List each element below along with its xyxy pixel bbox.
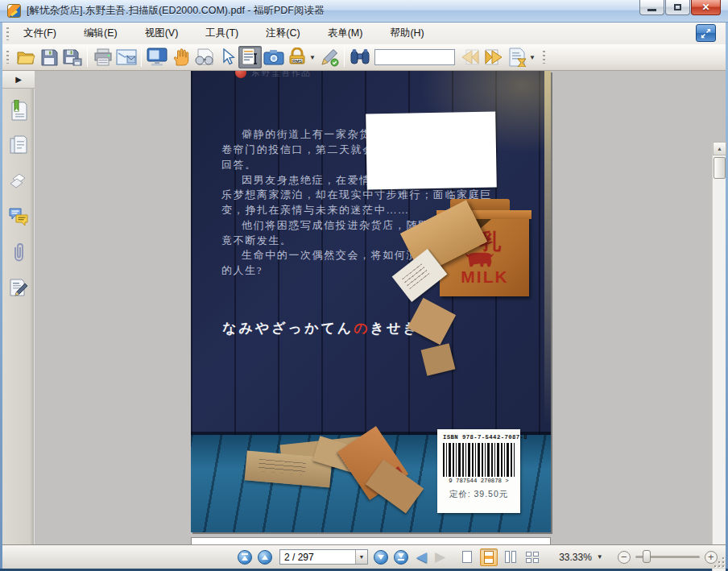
navigation-panel-bar: ▶ [2,71,35,544]
fullscreen-button[interactable] [145,46,168,68]
zoom-percent-value[interactable]: 33.33% [559,552,592,563]
find-previous-icon [461,48,480,66]
next-page-button[interactable] [374,550,388,565]
attachments-icon [10,242,27,263]
menu-edit[interactable]: 编辑(E) [74,23,127,43]
page-combo-caret[interactable]: ▼ [355,550,367,564]
close-button[interactable]: ✕ [691,0,721,15]
menu-comments[interactable]: 注释(C) [256,23,309,43]
single-page-view-button[interactable] [458,548,476,566]
sign-button[interactable] [317,46,341,68]
cover-light-edge [544,71,551,425]
scrollbar-thumb[interactable] [714,157,726,179]
blurb-line: 变，挣扎在亲情与未来的迷茫中…… [221,203,410,217]
blurb-line: 竟不断发生。 [221,234,292,248]
first-page-button[interactable] [238,550,252,565]
window-resize-grip[interactable] [714,557,724,567]
pending-doc-dropdown-caret: ▼ [529,54,536,61]
pending-doc-icon [508,48,527,67]
menu-forms[interactable]: 表单(M) [318,23,373,43]
main-area: ▶ [2,71,726,544]
email-button[interactable] [114,46,138,68]
maximize-button[interactable] [665,0,690,15]
scroll-up-icon: ▲ [717,146,722,151]
continuous-view-button[interactable] [480,548,498,566]
email-icon [116,48,137,66]
menu-view[interactable]: 视图(V) [135,23,188,43]
toolbar: RMS ▼ [2,44,726,71]
attachments-panel-button[interactable] [2,238,35,266]
save-as-button[interactable] [60,46,84,68]
read-mode-button[interactable] [192,46,215,68]
hand-tool-button[interactable] [168,46,192,68]
single-page-icon [462,551,472,563]
application-window: [解忧杂货店].东野圭吾.扫描版(ED2000.COM).pdf - 福昕PDF… [0,0,728,571]
bookmarks-panel-button[interactable] [2,97,35,124]
toolbar-grip-end[interactable] [543,51,545,64]
previous-page-button[interactable] [258,550,272,565]
open-folder-icon [16,48,35,66]
find-next-icon [484,48,503,66]
toolbar-separator [87,48,88,67]
menu-file[interactable]: 文件(F) [14,23,66,43]
text-select-tool-button[interactable] [238,46,262,68]
next-page-top[interactable] [191,537,551,544]
pages-icon [9,135,28,156]
price-text: 定价: 39.50元 [443,489,515,500]
barcode-block: ISBN 978-7-5442-7087-8 9 787544 270878 >… [437,429,520,513]
find-binoculars-icon [350,48,370,67]
find-previous-button[interactable] [458,46,482,68]
document-view[interactable]: 东野圭吾作品 僻静的街道上有一家杂货店，只要写 卷帘门的投信口，第二天就会在店后… [35,71,714,544]
zoom-out-button[interactable]: − [618,551,631,564]
expand-toolbar-button[interactable] [696,24,716,42]
comments-icon [8,207,29,226]
toolbar-separator [141,48,142,67]
facing-view-icon [511,551,516,563]
isbn-text: ISBN 978-7-5442-7087-8 [443,434,515,441]
minimize-button[interactable] [639,0,664,15]
fullscreen-monitor-icon [147,48,168,67]
panel-expand-button[interactable]: ▶ [2,71,35,89]
bookmarks-icon [9,100,28,121]
zoom-dropdown-caret[interactable]: ▼ [597,553,603,561]
search-input[interactable] [374,49,455,65]
save-button[interactable] [37,46,60,68]
menubar-grip[interactable] [6,27,9,40]
find-button[interactable] [348,46,371,68]
rms-protect-button[interactable]: RMS ▼ [285,46,317,68]
print-button[interactable] [91,46,114,68]
comments-panel-button[interactable] [2,203,35,230]
snapshot-button[interactable] [262,46,285,68]
zoom-slider-track[interactable] [635,556,700,558]
signature-panel-button[interactable] [2,274,35,301]
select-tool-button[interactable] [215,46,238,68]
vertical-scrollbar[interactable]: ▲ ▼ [712,142,726,571]
layers-icon [8,172,29,190]
zoom-slider-handle[interactable] [643,550,651,563]
history-forward-button[interactable]: ▶ [435,550,445,564]
continuous-view-icon [484,551,494,564]
pages-panel-button[interactable] [2,132,35,159]
find-next-button[interactable] [482,46,505,68]
pdf-page[interactable]: 东野圭吾作品 僻静的街道上有一家杂货店，只要写 卷帘门的投信口，第二天就会在店后… [191,71,551,532]
menu-help[interactable]: 帮助(H) [380,23,433,43]
toolbar-grip[interactable] [6,51,9,64]
blurb-line: 回答。 [221,158,257,172]
history-back-button[interactable]: ◀ [416,550,427,564]
facing-continuous-view-button[interactable] [523,548,541,566]
expand-panel-icon: ▶ [15,75,22,84]
diagonal-arrows-icon [700,27,712,39]
layers-panel-button[interactable] [2,168,35,195]
open-button[interactable] [14,46,37,68]
text-select-icon [242,48,259,67]
close-icon: ✕ [701,2,709,13]
menu-tools[interactable]: 工具(T) [196,23,248,43]
japanese-title-no: の [354,321,370,336]
facing-view-button[interactable] [502,548,519,566]
page-number-combobox[interactable]: 2 / 297 ▼ [279,549,368,565]
pending-documents-button[interactable]: ▼ [505,46,539,68]
scroll-up-button[interactable]: ▲ [713,142,726,155]
select-cursor-icon [219,48,235,66]
last-page-button[interactable] [394,550,408,565]
maximize-icon [674,4,681,10]
